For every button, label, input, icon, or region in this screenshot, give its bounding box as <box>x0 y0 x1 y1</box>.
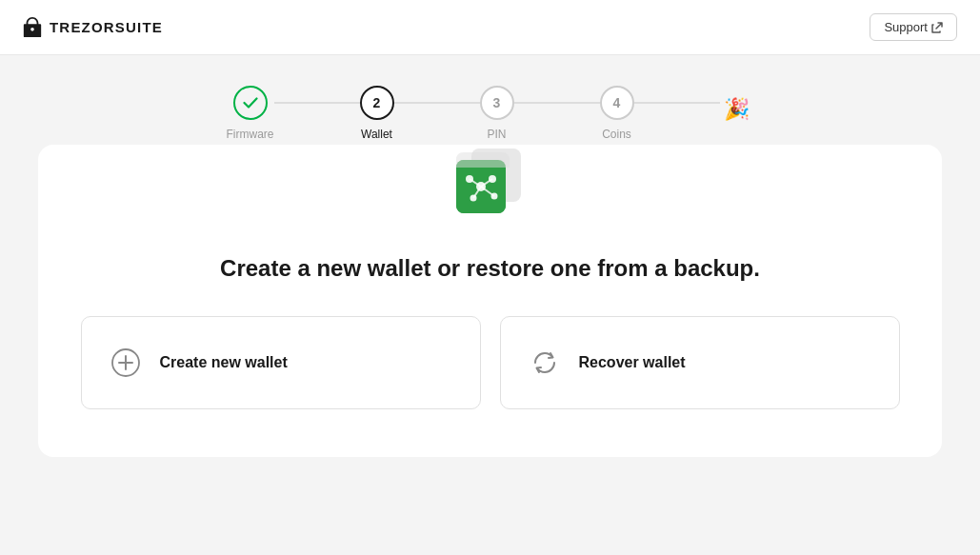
main-card: Create a new wallet or restore one from … <box>38 145 942 457</box>
connector-2 <box>394 102 480 104</box>
step-pin: 3 PIN <box>480 86 514 141</box>
card-title: Create a new wallet or restore one from … <box>220 255 760 282</box>
options-row: Create new wallet Recover wallet <box>76 316 904 409</box>
external-link-icon <box>931 22 943 33</box>
step-firmware-circle <box>233 86 268 120</box>
trezor-logo-icon <box>23 17 42 38</box>
trezor-device-icon <box>452 145 529 225</box>
step-pin-label: PIN <box>487 128 506 141</box>
logo-area: TREZORSUITE <box>23 17 163 38</box>
step-wallet-circle: 2 <box>360 86 394 120</box>
step-firmware-label: Firmware <box>227 128 274 141</box>
step-coins-label: Coins <box>602 128 631 141</box>
connector-3 <box>514 102 600 104</box>
step-coins-circle: 4 <box>600 86 634 120</box>
recover-wallet-label: Recover wallet <box>579 354 686 371</box>
recover-wallet-icon <box>528 346 562 380</box>
step-done: 🎉 <box>720 92 754 134</box>
step-coins: 4 Coins <box>600 86 634 141</box>
trezor-cube-svg <box>452 145 529 221</box>
step-pin-circle: 3 <box>480 86 514 120</box>
connector-1 <box>274 102 360 104</box>
main-content: Create a new wallet or restore one from … <box>0 164 980 555</box>
recover-wallet-button[interactable]: Recover wallet <box>500 316 900 409</box>
connector-4 <box>634 102 720 104</box>
header: TREZORSUITE Support <box>0 0 980 55</box>
support-button[interactable]: Support <box>870 13 957 41</box>
create-wallet-label: Create new wallet <box>160 354 288 371</box>
logo-text: TREZORSUITE <box>50 19 163 35</box>
step-firmware: Firmware <box>227 86 274 141</box>
create-wallet-icon <box>109 346 143 380</box>
step-wallet-label: Wallet <box>361 128 392 141</box>
step-wallet: 2 Wallet <box>360 86 394 141</box>
create-wallet-button[interactable]: Create new wallet <box>81 316 481 409</box>
support-label: Support <box>884 20 928 34</box>
step-done-circle: 🎉 <box>720 92 754 127</box>
